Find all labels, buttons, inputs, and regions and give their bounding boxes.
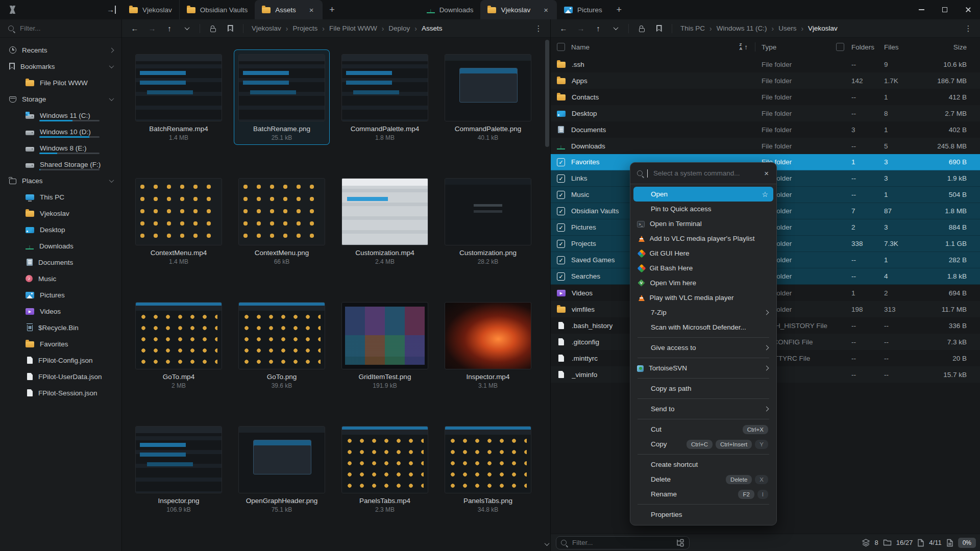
row-checkbox[interactable] bbox=[557, 191, 565, 199]
bookmark-icon[interactable] bbox=[223, 22, 238, 35]
pane-tab[interactable]: Vjekoslav × bbox=[480, 0, 557, 19]
forward-button[interactable]: → bbox=[144, 22, 160, 35]
row-checkbox[interactable] bbox=[557, 240, 565, 248]
breadcrumb-segment[interactable]: Vjekoslav › bbox=[252, 24, 292, 33]
tab-close-icon[interactable]: × bbox=[542, 6, 550, 14]
sidebar-item[interactable]: FPilot-UserData.json bbox=[0, 368, 121, 385]
context-menu-item[interactable]: Add to VLC media player's Playlist bbox=[633, 231, 773, 246]
breadcrumb-segment[interactable]: Users › bbox=[778, 24, 808, 33]
column-header-files[interactable]: Files bbox=[884, 43, 918, 51]
more-options-icon[interactable]: ⋮ bbox=[962, 24, 975, 33]
bookmark-icon[interactable] bbox=[651, 22, 667, 35]
column-header-size[interactable]: Size bbox=[918, 43, 980, 51]
breadcrumb-segment[interactable]: File Pilot WWW › bbox=[329, 24, 388, 33]
breadcrumb-segment[interactable]: Projects › bbox=[292, 24, 329, 33]
table-row[interactable]: Documents File folder 3 1 402 B bbox=[551, 121, 980, 138]
close-icon[interactable]: × bbox=[763, 169, 770, 178]
file-tile[interactable]: Customization.png 28.2 kB bbox=[440, 174, 535, 268]
sidebar-item[interactable]: Vjekoslav bbox=[0, 205, 121, 221]
tab-close-icon[interactable]: × bbox=[308, 6, 315, 14]
context-menu-item[interactable] bbox=[638, 504, 769, 505]
sort-indicator-icon[interactable]: ZA ↑ bbox=[739, 43, 748, 51]
context-menu-item[interactable] bbox=[638, 358, 769, 358]
file-tile[interactable]: Customization.mp4 2.4 MB bbox=[337, 174, 432, 268]
pane-tab[interactable]: Assets × bbox=[255, 0, 322, 19]
context-menu-item[interactable]: Create shortcut bbox=[633, 457, 773, 472]
context-menu-item[interactable]: Open in Terminal bbox=[633, 216, 773, 231]
breadcrumb-segment[interactable]: This PC › bbox=[680, 24, 717, 33]
table-row[interactable]: Contacts File folder -- 1 412 B bbox=[551, 89, 980, 105]
table-row[interactable]: Downloads File folder -- 5 245.8 MB bbox=[551, 138, 980, 154]
more-options-icon[interactable]: ⋮ bbox=[532, 24, 545, 33]
table-row[interactable]: Apps File folder 142 1.7K 186.7 MB bbox=[551, 72, 980, 89]
context-menu-item[interactable]: Git Bash Here bbox=[633, 261, 773, 276]
chevron-icon[interactable] bbox=[109, 178, 114, 183]
row-checkbox[interactable] bbox=[557, 256, 565, 264]
table-row[interactable]: .ssh File folder -- 9 10.6 kB bbox=[551, 56, 980, 72]
select-all-checkbox[interactable] bbox=[557, 43, 565, 51]
sidebar-item[interactable]: Favorites bbox=[0, 336, 121, 352]
context-menu-item[interactable]: Send to bbox=[633, 402, 773, 416]
sidebar-item[interactable]: File Pilot WWW bbox=[0, 74, 121, 91]
pane-tab[interactable]: Pictures bbox=[557, 0, 609, 19]
file-tile[interactable]: CommandPalette.mp4 1.8 MB bbox=[337, 50, 432, 144]
sidebar-item[interactable]: Windows 10 (D:) bbox=[0, 123, 121, 140]
maximize-button[interactable] bbox=[933, 0, 957, 19]
file-tile[interactable]: CommandPalette.png 40.1 kB bbox=[440, 50, 535, 144]
row-checkbox[interactable] bbox=[557, 158, 565, 166]
file-tile[interactable]: Inspector.mp4 3.1 MB bbox=[440, 298, 535, 392]
flatten-tree-icon[interactable] bbox=[676, 539, 684, 547]
favorite-star-icon[interactable]: ☆ bbox=[762, 190, 768, 198]
history-dropdown-icon[interactable] bbox=[608, 22, 623, 35]
context-menu-item[interactable]: Play with VLC media player bbox=[633, 290, 773, 305]
forward-button[interactable]: → bbox=[573, 22, 589, 35]
close-button[interactable] bbox=[957, 0, 980, 19]
sidebar-item[interactable]: Windows 8 (E:) bbox=[0, 140, 121, 156]
file-tile[interactable]: Inspector.png 106.9 kB bbox=[131, 422, 226, 516]
breadcrumb-segment[interactable]: Deploy › bbox=[388, 24, 422, 33]
collapse-sidebar-icon[interactable]: → bbox=[107, 6, 116, 14]
file-tile[interactable]: BatchRename.mp4 1.4 MB bbox=[131, 50, 226, 144]
row-checkbox[interactable] bbox=[557, 272, 565, 281]
context-menu-item[interactable] bbox=[638, 398, 769, 399]
column-header-selection[interactable] bbox=[829, 43, 851, 51]
context-menu-item[interactable]: TortoiseSVN bbox=[633, 361, 773, 375]
file-tile[interactable]: GoTo.png 39.6 kB bbox=[234, 298, 329, 392]
breadcrumb-segment[interactable]: Vjekoslav bbox=[808, 24, 838, 32]
status-filter-input[interactable] bbox=[571, 538, 672, 547]
context-menu-item[interactable] bbox=[638, 378, 769, 379]
context-menu-item[interactable]: Delete Delete X bbox=[633, 472, 773, 487]
file-tile[interactable]: GoTo.mp4 2 MB bbox=[131, 298, 226, 392]
pane-tab[interactable]: Downloads bbox=[420, 0, 481, 19]
sidebar-item[interactable]: FPilot-Config.json bbox=[0, 352, 121, 368]
sidebar-filter-input[interactable] bbox=[19, 24, 113, 33]
pane-tab[interactable]: Obsidian Vaults bbox=[179, 0, 255, 19]
file-tile[interactable]: PanelsTabs.mp4 2.3 MB bbox=[337, 422, 432, 516]
back-button[interactable]: ← bbox=[127, 22, 142, 35]
file-tile[interactable]: ContextMenu.png 66 kB bbox=[234, 174, 329, 268]
context-menu-item[interactable]: 7-Zip bbox=[633, 305, 773, 320]
breadcrumb-segment[interactable]: Windows 11 (C:) › bbox=[717, 24, 778, 33]
sidebar-item[interactable]: FPilot-Session.json bbox=[0, 385, 121, 401]
up-button[interactable]: ↑ bbox=[591, 22, 606, 35]
column-header-type[interactable]: Type bbox=[762, 43, 829, 51]
context-menu-item[interactable]: Pin to Quick access bbox=[633, 202, 773, 216]
sidebar-item[interactable]: Storage bbox=[0, 91, 121, 107]
new-tab-button[interactable]: + bbox=[323, 0, 342, 19]
new-tab-button[interactable]: + bbox=[609, 0, 629, 19]
breadcrumb-segment[interactable]: Assets bbox=[422, 24, 443, 32]
back-button[interactable]: ← bbox=[556, 22, 571, 35]
history-dropdown-icon[interactable] bbox=[179, 22, 194, 35]
sidebar-item[interactable]: Places bbox=[0, 172, 121, 189]
sidebar-item[interactable]: Windows 11 (C:) bbox=[0, 107, 121, 123]
context-menu-item[interactable]: Rename F2 I bbox=[633, 487, 773, 502]
command-search-input[interactable] bbox=[652, 169, 758, 178]
scroll-down-icon[interactable] bbox=[545, 539, 549, 548]
up-button[interactable]: ↑ bbox=[162, 22, 177, 35]
row-checkbox[interactable] bbox=[557, 207, 565, 215]
context-menu-item[interactable] bbox=[638, 337, 769, 338]
pane-tab[interactable]: Vjekoslav bbox=[122, 0, 179, 19]
file-tile[interactable]: OpenGraphHeader.png 75.1 kB bbox=[234, 422, 329, 516]
context-menu-item[interactable]: Open ☆ bbox=[633, 187, 773, 202]
sidebar-item[interactable]: $Recycle.Bin bbox=[0, 319, 121, 336]
